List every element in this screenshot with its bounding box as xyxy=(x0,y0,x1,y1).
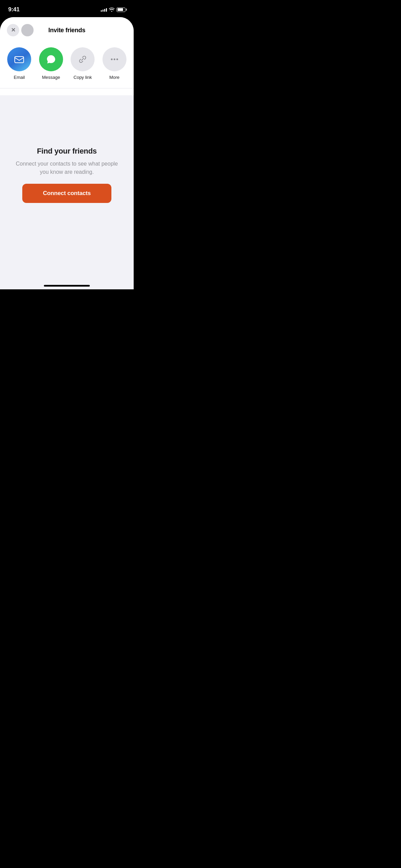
copy-link-icon xyxy=(77,53,88,65)
signal-bar-2 xyxy=(102,10,104,12)
sheet-topbar: ✕ Invite friends xyxy=(0,17,134,42)
find-friends-title: Find your friends xyxy=(37,147,97,156)
more-icon xyxy=(109,53,120,65)
share-item-copy-link[interactable]: Copy link xyxy=(70,47,96,80)
wifi-icon xyxy=(109,8,114,12)
copy-link-label: Copy link xyxy=(74,75,92,80)
find-friends-subtitle: Connect your contacts to see what people… xyxy=(15,160,118,176)
svg-point-1 xyxy=(111,59,112,60)
home-indicator-bar xyxy=(44,285,90,287)
home-indicator-area xyxy=(0,281,134,289)
content-area: Find your friends Connect your contacts … xyxy=(0,95,134,281)
svg-rect-0 xyxy=(15,57,24,63)
close-button[interactable]: ✕ xyxy=(7,24,19,36)
signal-bar-1 xyxy=(101,10,102,12)
status-icons xyxy=(101,8,125,12)
more-icon-wrap xyxy=(102,47,126,71)
message-icon xyxy=(45,53,57,65)
status-bar: 9:41 xyxy=(0,0,134,17)
status-time: 9:41 xyxy=(8,6,20,13)
share-item-email[interactable]: Email xyxy=(7,47,32,80)
avatar xyxy=(21,24,34,36)
share-sheet: ✕ Invite friends Email xyxy=(0,17,134,95)
app-container: ✕ Invite friends Email xyxy=(0,17,134,289)
signal-bar-3 xyxy=(104,9,105,12)
signal-bar-4 xyxy=(106,8,107,12)
signal-bars-icon xyxy=(101,8,107,12)
sheet-title: Invite friends xyxy=(48,27,85,34)
share-item-message[interactable]: Message xyxy=(38,47,64,80)
message-label: Message xyxy=(42,75,60,80)
email-icon xyxy=(13,53,25,65)
email-label: Email xyxy=(14,75,25,80)
more-label: More xyxy=(109,75,120,80)
battery-fill xyxy=(118,8,123,11)
battery-icon xyxy=(117,8,125,12)
copy-link-icon-wrap xyxy=(71,47,95,71)
share-actions-row: Email Message xyxy=(0,42,134,88)
svg-point-3 xyxy=(116,59,118,60)
message-icon-wrap xyxy=(39,47,63,71)
find-friends-section: Find your friends Connect your contacts … xyxy=(15,147,118,203)
connect-contacts-button[interactable]: Connect contacts xyxy=(22,184,111,203)
share-item-more[interactable]: More xyxy=(101,47,127,80)
close-icon: ✕ xyxy=(11,27,15,33)
email-icon-wrap xyxy=(7,47,31,71)
sheet-divider xyxy=(0,88,134,88)
svg-point-2 xyxy=(113,59,115,60)
